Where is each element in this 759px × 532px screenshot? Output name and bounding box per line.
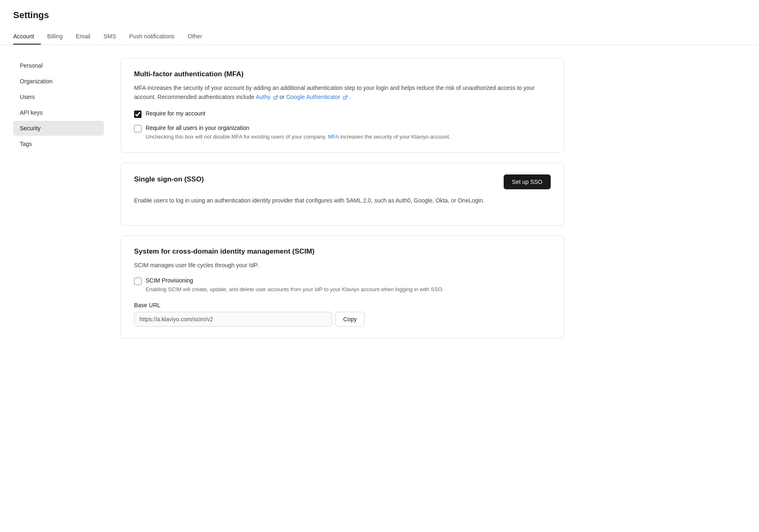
mfa-card-description: MFA increases the security of your accou… bbox=[134, 83, 551, 102]
base-url-input[interactable] bbox=[134, 312, 332, 327]
sso-card-title: Single sign-on (SSO) bbox=[134, 175, 204, 184]
page-title: Settings bbox=[13, 10, 746, 21]
scim-card: System for cross-domain identity managem… bbox=[120, 235, 564, 339]
scim-provisioning-row: SCIM Provisioning Enabling SCIM will cre… bbox=[134, 277, 551, 294]
sidebar-item-api-keys[interactable]: API keys bbox=[13, 105, 104, 120]
authy-link[interactable]: Authy bbox=[256, 94, 280, 100]
main-layout: Personal Organization Users API keys Sec… bbox=[0, 45, 578, 352]
sidebar-item-security[interactable]: Security bbox=[13, 121, 104, 136]
scim-card-title: System for cross-domain identity managem… bbox=[134, 247, 551, 256]
copy-button[interactable]: Copy bbox=[335, 312, 365, 327]
mfa-require-account-row: Require for my account bbox=[134, 110, 551, 118]
scim-provisioning-label: SCIM Provisioning bbox=[146, 277, 443, 284]
sidebar-item-personal[interactable]: Personal bbox=[13, 58, 104, 73]
external-link-icon bbox=[273, 95, 278, 100]
sso-card: Single sign-on (SSO) Set up SSO Enable u… bbox=[120, 162, 564, 225]
mfa-require-org-label: Require for all users in your organizati… bbox=[146, 125, 450, 131]
scim-provisioning-checkbox[interactable] bbox=[134, 278, 141, 285]
sidebar-item-tags[interactable]: Tags bbox=[13, 137, 104, 151]
base-url-label: Base URL bbox=[134, 302, 551, 308]
sso-card-description: Enable users to log in using an authenti… bbox=[134, 196, 551, 205]
sidebar-item-organization[interactable]: Organization bbox=[13, 74, 104, 89]
tab-other[interactable]: Other bbox=[181, 29, 209, 45]
external-link-icon-2 bbox=[343, 95, 348, 100]
sso-card-header: Single sign-on (SSO) Set up SSO bbox=[134, 174, 551, 189]
page-header: Settings Account Billing Email SMS Push … bbox=[0, 0, 759, 45]
url-input-row: Copy bbox=[134, 312, 551, 327]
mfa-card-title: Multi-factor authentication (MFA) bbox=[134, 70, 551, 78]
mfa-sub-link[interactable]: MFA bbox=[328, 134, 340, 140]
mfa-require-account-label: Require for my account bbox=[146, 110, 205, 117]
mfa-require-org-row: Require for all users in your organizati… bbox=[134, 125, 551, 141]
sidebar: Personal Organization Users API keys Sec… bbox=[13, 58, 104, 339]
mfa-require-account-label-container: Require for my account bbox=[146, 110, 205, 117]
tab-billing[interactable]: Billing bbox=[41, 29, 69, 45]
base-url-section: Base URL Copy bbox=[134, 302, 551, 327]
mfa-card: Multi-factor authentication (MFA) MFA in… bbox=[120, 58, 564, 153]
sidebar-item-users[interactable]: Users bbox=[13, 89, 104, 104]
tab-email[interactable]: Email bbox=[69, 29, 97, 45]
scim-provisioning-label-container: SCIM Provisioning Enabling SCIM will cre… bbox=[146, 277, 443, 294]
mfa-require-org-label-container: Require for all users in your organizati… bbox=[146, 125, 450, 141]
scim-provisioning-sublabel: Enabling SCIM will create, update, and d… bbox=[146, 285, 443, 294]
scim-card-description: SCIM manages user life cycles through yo… bbox=[134, 261, 551, 270]
tab-account[interactable]: Account bbox=[13, 29, 41, 45]
mfa-desc-or: or bbox=[280, 94, 286, 100]
tab-navigation: Account Billing Email SMS Push notificat… bbox=[13, 29, 746, 45]
tab-push[interactable]: Push notifications bbox=[123, 29, 181, 45]
mfa-require-org-sublabel: Unchecking this box will not disable MFA… bbox=[146, 133, 450, 141]
mfa-desc-end: . bbox=[349, 94, 351, 100]
mfa-require-account-checkbox[interactable] bbox=[134, 111, 141, 118]
content-area: Multi-factor authentication (MFA) MFA in… bbox=[120, 58, 564, 339]
tab-sms[interactable]: SMS bbox=[97, 29, 123, 45]
setup-sso-button[interactable]: Set up SSO bbox=[504, 174, 551, 189]
google-auth-link[interactable]: Google Authenticator bbox=[286, 94, 349, 100]
mfa-require-org-checkbox[interactable] bbox=[134, 125, 141, 132]
